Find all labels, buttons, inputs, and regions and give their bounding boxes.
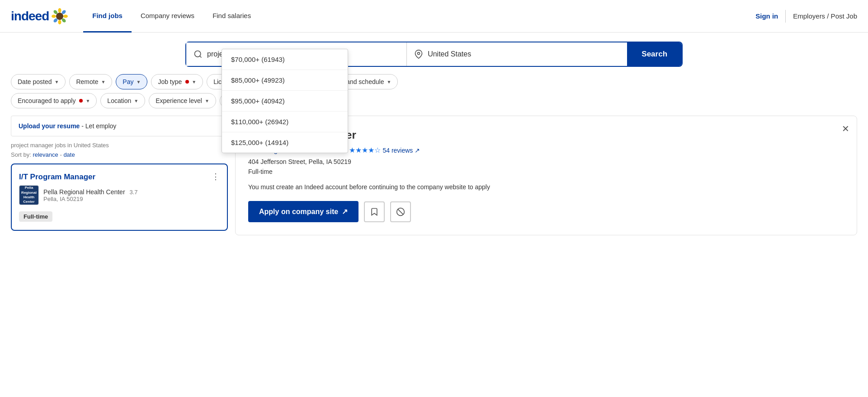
job-detail-address: 404 Jefferson Street, Pella, IA 50219 [248, 158, 844, 165]
header: indeed Find jobs Company reviews Find sa… [0, 0, 868, 33]
filters-row-1: Date posted ▼ Remote ▼ Pay ▼ Job type ▼ … [0, 67, 868, 89]
sunflower-logo-icon [51, 7, 69, 25]
search-icon [193, 50, 203, 59]
logo-text: indeed [11, 9, 49, 23]
company-rating-badge: 3.7 [129, 189, 137, 196]
main-content: Upload your resume - Let employ project … [0, 116, 868, 235]
svg-point-7 [52, 14, 56, 18]
nav-find-jobs[interactable]: Find jobs [83, 0, 132, 33]
company-info: Pella Regional Health Center 3.7 Pella, … [43, 188, 220, 202]
company-name: Pella Regional Health Center 3.7 [43, 188, 220, 196]
search-section: Search [0, 33, 868, 67]
chevron-down-icon: ▼ [101, 79, 105, 84]
nav-find-salaries[interactable]: Find salaries [203, 0, 260, 33]
upload-resume-link[interactable]: Upload your resume [19, 122, 80, 130]
job-card[interactable]: ⋮ I/T Program Manager PellaRegionalHealt… [11, 163, 228, 231]
location-icon [414, 50, 423, 59]
close-job-detail-button[interactable]: ✕ [842, 123, 849, 134]
job-type-badge: Full-time [19, 211, 52, 222]
location-search-wrapper [407, 42, 627, 66]
notice-box: You must create an Indeed account before… [248, 182, 844, 192]
company-logo: PellaRegionalHealthCenter [19, 185, 39, 205]
sign-in-link[interactable]: Sign in [755, 12, 778, 20]
rating-stars: ★★★★☆ [349, 146, 381, 154]
chevron-down-icon: ▼ [136, 79, 141, 84]
external-link-icon: ↗ [342, 207, 348, 216]
pay-option-95k[interactable]: $95,000+ (40942) [222, 91, 348, 112]
svg-line-10 [200, 56, 202, 58]
filters-row-2: Encouraged to apply ▼ Location ▼ Experie… [0, 89, 868, 108]
job-card-company-row: PellaRegionalHealthCenter Pella Regional… [19, 185, 220, 205]
not-interested-icon [396, 207, 405, 216]
main-nav: Find jobs Company reviews Find salaries [83, 0, 755, 33]
svg-point-0 [56, 13, 63, 20]
job-card-title: I/T Program Manager [19, 173, 220, 182]
results-info: project manager jobs in United States [11, 142, 228, 149]
sort-bar: Sort by: relevance - date [11, 151, 228, 158]
logo-area[interactable]: indeed [11, 7, 69, 25]
not-interested-button[interactable] [390, 201, 411, 222]
sort-relevance-link[interactable]: relevance [33, 151, 58, 158]
upload-resume-bar: Upload your resume - Let employ [11, 116, 228, 136]
filter-dot-indicator [79, 99, 83, 103]
job-detail-type: Full-time [248, 168, 844, 175]
company-location: Pella, IA 50219 [43, 196, 220, 202]
chevron-down-icon: ▼ [85, 98, 90, 103]
svg-point-11 [418, 52, 420, 55]
employers-post-job-link[interactable]: Employers / Post Job [793, 12, 857, 20]
pay-option-110k[interactable]: $110,000+ (26942) [222, 112, 348, 132]
apply-on-company-site-button[interactable]: Apply on company site ↗ [248, 201, 359, 222]
svg-point-5 [58, 20, 61, 24]
header-right: Sign in Employers / Post Job [755, 10, 857, 23]
filter-job-type[interactable]: Job type ▼ [151, 74, 203, 89]
chevron-down-icon: ▼ [55, 79, 59, 84]
action-buttons: Apply on company site ↗ [248, 201, 844, 222]
svg-point-9 [195, 51, 201, 57]
search-button[interactable]: Search [627, 42, 682, 66]
chevron-down-icon: ▼ [192, 79, 196, 84]
left-panel: Upload your resume - Let employ project … [11, 116, 228, 235]
chevron-down-icon: ▼ [387, 79, 391, 84]
job-card-more-options-button[interactable]: ⋮ [212, 172, 220, 182]
sort-date-link[interactable]: date [63, 151, 75, 158]
pay-option-70k[interactable]: $70,000+ (61943) [222, 49, 348, 70]
filter-remote[interactable]: Remote ▼ [69, 74, 112, 89]
nav-company-reviews[interactable]: Company reviews [132, 0, 203, 33]
location-search-input[interactable] [428, 50, 620, 58]
chevron-down-icon: ▼ [205, 98, 209, 103]
filter-date-posted[interactable]: Date posted ▼ [11, 74, 66, 89]
filter-pay[interactable]: Pay ▼ [116, 74, 147, 89]
filter-encouraged-to-apply[interactable]: Encouraged to apply ▼ [11, 93, 97, 108]
filter-location[interactable]: Location ▼ [100, 93, 145, 108]
svg-line-13 [398, 209, 403, 215]
reviews-link[interactable]: 54 reviews ↗ [382, 147, 420, 154]
filter-dot-indicator [185, 80, 189, 84]
chevron-down-icon: ▼ [134, 98, 138, 103]
pay-option-85k[interactable]: $85,000+ (49923) [222, 70, 348, 91]
pay-option-125k[interactable]: $125,000+ (14914) [222, 132, 348, 153]
save-job-button[interactable] [364, 201, 385, 222]
stars-row: ★★★★☆ 54 reviews ↗ [349, 146, 420, 154]
filter-experience-level[interactable]: Experience level ▼ [149, 93, 216, 108]
pay-dropdown: $70,000+ (61943) $85,000+ (49923) $95,00… [222, 49, 348, 153]
svg-point-1 [58, 8, 61, 13]
bookmark-icon [370, 207, 379, 216]
svg-point-3 [63, 14, 68, 18]
header-divider [785, 10, 786, 23]
